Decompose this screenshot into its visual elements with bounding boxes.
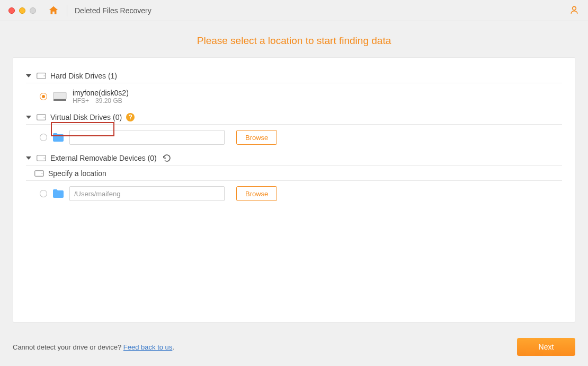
folder-icon bbox=[52, 133, 64, 142]
footer-text: Cannot detect your drive or device? Feed… bbox=[13, 343, 174, 351]
hard-drive-icon bbox=[34, 170, 44, 177]
user-button[interactable] bbox=[569, 5, 580, 18]
chevron-down-icon bbox=[26, 74, 31, 77]
footer: Cannot detect your drive or device? Feed… bbox=[0, 328, 588, 366]
next-button[interactable]: Next bbox=[517, 338, 575, 356]
virtual-browse-button[interactable]: Browse bbox=[236, 130, 277, 145]
disk-fs: HFS+ bbox=[73, 97, 89, 104]
svg-point-5 bbox=[44, 117, 45, 118]
specify-browse-button[interactable]: Browse bbox=[236, 186, 277, 201]
chevron-down-icon bbox=[26, 156, 31, 160]
user-icon bbox=[569, 5, 580, 15]
specify-path-row: Browse bbox=[26, 181, 562, 206]
chevron-down-icon bbox=[26, 116, 31, 119]
svg-point-9 bbox=[42, 173, 43, 174]
titlebar: Deleted Files Recovery bbox=[0, 0, 588, 21]
virtual-path-input[interactable] bbox=[69, 130, 225, 145]
home-icon bbox=[48, 5, 59, 16]
refresh-icon[interactable] bbox=[162, 153, 172, 163]
hard-drive-icon bbox=[37, 114, 46, 121]
section-hdd-label: Hard Disk Drives (1) bbox=[50, 72, 117, 80]
section-external-header[interactable]: External Removable Devices (0) bbox=[26, 150, 562, 166]
virtual-radio[interactable] bbox=[40, 134, 47, 141]
hdd-item-row[interactable]: imyfone(disk0s2) HFS+ 39.20 GB bbox=[26, 83, 562, 110]
instruction-heading: Please select a location to start findin… bbox=[0, 35, 588, 47]
disk-name: imyfone(disk0s2) bbox=[73, 89, 129, 97]
specify-path-input[interactable] bbox=[69, 186, 225, 201]
section-virtual-header[interactable]: Virtual Disk Drives (0) ? bbox=[26, 110, 562, 125]
hard-drive-icon bbox=[37, 72, 46, 80]
home-button[interactable] bbox=[48, 5, 59, 16]
svg-point-1 bbox=[44, 75, 45, 76]
section-external-label: External Removable Devices (0) bbox=[50, 154, 157, 162]
section-specify-header: Specify a location bbox=[26, 166, 562, 181]
section-hdd-header[interactable]: Hard Disk Drives (1) bbox=[26, 68, 562, 83]
minimize-window-button[interactable] bbox=[19, 7, 25, 14]
hard-drive-icon bbox=[37, 154, 46, 162]
maximize-window-button[interactable] bbox=[30, 7, 36, 14]
svg-point-7 bbox=[44, 158, 45, 159]
specify-radio[interactable] bbox=[40, 190, 47, 197]
svg-rect-3 bbox=[54, 99, 66, 101]
footer-period: . bbox=[172, 343, 174, 351]
svg-rect-2 bbox=[54, 92, 66, 99]
location-card: Hard Disk Drives (1) imyfone(disk0s2) HF… bbox=[13, 57, 575, 323]
folder-icon bbox=[52, 189, 64, 198]
hdd-item-radio[interactable] bbox=[40, 93, 47, 100]
traffic-lights bbox=[8, 7, 36, 14]
feedback-link[interactable]: Feed back to us bbox=[123, 343, 173, 351]
section-specify-label: Specify a location bbox=[48, 169, 106, 178]
disk-size: 39.20 GB bbox=[95, 97, 122, 104]
disk-icon bbox=[52, 91, 67, 102]
footer-question: Cannot detect your drive or device? bbox=[13, 343, 123, 351]
section-virtual-label: Virtual Disk Drives (0) bbox=[50, 113, 122, 121]
title-divider bbox=[67, 5, 67, 16]
help-icon[interactable]: ? bbox=[126, 113, 135, 121]
virtual-path-row: Browse bbox=[26, 125, 562, 150]
disk-info: imyfone(disk0s2) HFS+ 39.20 GB bbox=[73, 89, 129, 104]
close-window-button[interactable] bbox=[8, 7, 15, 14]
page-title: Deleted Files Recovery bbox=[75, 6, 152, 15]
